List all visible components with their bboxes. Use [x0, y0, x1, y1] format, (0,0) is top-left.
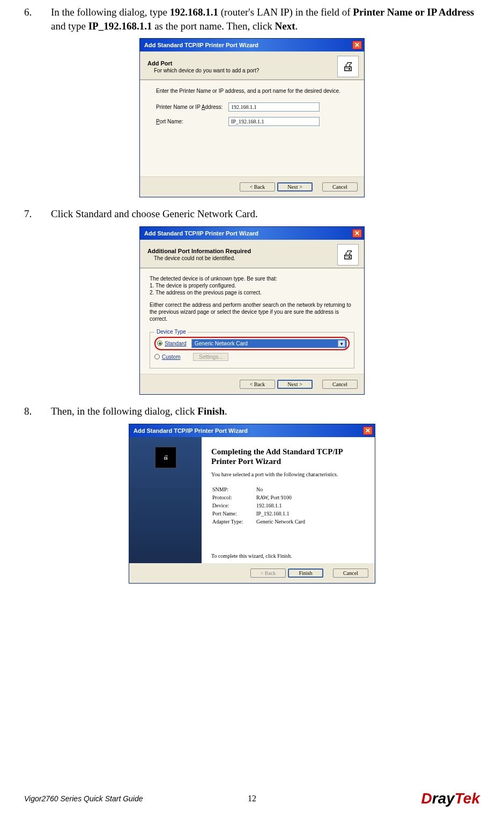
radio-row-standard: Standard Generic Network Card ▾ [157, 339, 347, 348]
dialog-title: Add Standard TCP/IP Printer Port Wizard [134, 427, 248, 434]
dialog-add-port: Add Standard TCP/IP Printer Port Wizard … [139, 38, 365, 197]
finish-button[interactable]: Finish [288, 569, 323, 578]
t: as the port name. Then, click [152, 20, 275, 32]
dialog-footer: < Back Finish Cancel [129, 563, 375, 583]
header-title: Add Port [147, 60, 259, 67]
settings-button: Settings... [193, 353, 228, 361]
label-printer-name: Printer Name or IP Address: [156, 104, 228, 110]
field-port-name: Port Name: [156, 117, 348, 126]
b: IP_192.168.1.1 [88, 20, 152, 32]
field-printer-name: Printer Name or IP Address: [156, 102, 348, 112]
port-summary-table: SNMP:No Protocol:RAW, Port 9100 Device:1… [211, 485, 309, 526]
dialog-body: The detected device is of unknown type. … [140, 268, 364, 374]
page-number: 12 [248, 794, 256, 803]
b: Finish [197, 405, 225, 417]
dialog-finish: Add Standard TCP/IP Printer Port Wizard … [129, 424, 375, 584]
printer-icon: 🖨 [337, 244, 359, 265]
l3: 2. The address on the previous page is c… [150, 289, 354, 296]
header-subtitle: The device could not be identified. [147, 255, 251, 261]
chevron-down-icon[interactable]: ▾ [338, 340, 345, 347]
radio-standard[interactable] [157, 341, 162, 346]
dropdown-value: Generic Network Card [195, 341, 248, 346]
draytek-logo: DrayTek [421, 790, 480, 807]
step-6: 6. In the following dialog, type 192.168… [24, 5, 480, 33]
k: Port Name: [212, 510, 255, 517]
v: 192.168.1.1 [256, 502, 308, 509]
l2: 1. The device is properly configured. [150, 282, 354, 289]
fieldset-legend: Device Type [154, 329, 188, 335]
cancel-button[interactable]: Cancel [322, 182, 358, 191]
step-6-number: 6. [24, 5, 51, 33]
table-row: Device:192.168.1.1 [212, 502, 308, 509]
t: (router's LAN IP) in the field of [218, 6, 353, 18]
dialog-body: 🖨 Completing the Add Standard TCP/IP Pri… [129, 437, 375, 563]
table-row: Port Name:IP_192.168.1.1 [212, 510, 308, 517]
radio-row-custom: Custom Settings... [154, 353, 350, 361]
cancel-button[interactable]: Cancel [322, 380, 358, 389]
k: Device: [212, 502, 255, 509]
figure-1: Add Standard TCP/IP Printer Port Wizard … [24, 38, 480, 197]
dialog-title: Add Standard TCP/IP Printer Port Wizard [144, 230, 258, 237]
radio-custom-label: Custom [162, 354, 189, 360]
titlebar: Add Standard TCP/IP Printer Port Wizard … [140, 227, 364, 240]
next-button[interactable]: Next > [277, 182, 313, 191]
input-printer-name[interactable] [228, 102, 320, 112]
close-icon[interactable]: ✕ [363, 426, 373, 435]
wizard-main: Completing the Add Standard TCP/IP Print… [202, 437, 375, 563]
cancel-button[interactable]: Cancel [333, 569, 368, 578]
close-icon[interactable]: ✕ [352, 41, 362, 49]
back-button: < Back [250, 569, 286, 578]
finish-complete-text: To complete this wizard, click Finish. [211, 553, 365, 559]
step-8-number: 8. [24, 404, 51, 418]
instruction-text: Enter the Printer Name or IP address, an… [156, 88, 348, 94]
step-7-number: 7. [24, 207, 51, 221]
t: In the following dialog, type [51, 6, 170, 18]
back-button[interactable]: < Back [240, 380, 275, 389]
k: Adapter Type: [212, 518, 255, 525]
v: IP_192.168.1.1 [256, 510, 308, 517]
table-row: SNMP:No [212, 486, 308, 493]
printer-icon: 🖨 [337, 56, 359, 77]
close-icon[interactable]: ✕ [352, 229, 362, 238]
highlight-ring: Standard Generic Network Card ▾ [154, 337, 350, 350]
next-button[interactable]: Next > [277, 380, 313, 389]
step-6-text: In the following dialog, type 192.168.1.… [51, 5, 480, 33]
k: SNMP: [212, 486, 255, 493]
device-type-dropdown[interactable]: Generic Network Card ▾ [191, 339, 347, 348]
table-row: Adapter Type:Generic Network Card [212, 518, 308, 525]
dialog-footer: < Back Next > Cancel [140, 374, 364, 394]
titlebar: Add Standard TCP/IP Printer Port Wizard … [140, 39, 364, 51]
header-subtitle: For which device do you want to add a po… [147, 68, 259, 73]
device-type-fieldset: Device Type Standard Generic Network Car… [150, 332, 354, 368]
figure-2: Add Standard TCP/IP Printer Port Wizard … [24, 226, 480, 395]
body-text: The detected device is of unknown type. … [150, 275, 354, 296]
t: . [295, 20, 298, 32]
back-button[interactable]: < Back [240, 182, 275, 191]
step-8-text: Then, in the following dialog, click Fin… [51, 404, 480, 418]
t: Then, in the following dialog, click [51, 405, 197, 417]
step-7-text: Click Standard and choose Generic Networ… [51, 207, 480, 221]
l1: The detected device is of unknown type. … [150, 275, 354, 282]
k: Protocol: [212, 494, 255, 501]
step-8: 8. Then, in the following dialog, click … [24, 404, 480, 418]
b: 192.168.1.1 [170, 6, 218, 18]
printer-icon: 🖨 [155, 447, 176, 468]
finish-title: Completing the Add Standard TCP/IP Print… [211, 447, 365, 466]
b: Printer Name or IP Address [353, 6, 474, 18]
step-7: 7. Click Standard and choose Generic Net… [24, 207, 480, 221]
input-port-name[interactable] [228, 117, 320, 126]
body-para2: Either correct the address and perform a… [150, 301, 354, 322]
t: and type [51, 20, 88, 32]
label-port-name: Port Name: [156, 119, 228, 124]
dialog-port-info: Add Standard TCP/IP Printer Port Wizard … [139, 226, 365, 395]
radio-standard-label: Standard [165, 341, 191, 346]
radio-custom[interactable] [154, 354, 160, 359]
dialog-body: Enter the Printer Name or IP address, an… [140, 80, 364, 177]
dialog-footer: < Back Next > Cancel [140, 177, 364, 197]
figure-3: Add Standard TCP/IP Printer Port Wizard … [24, 424, 480, 584]
b: Next [275, 20, 295, 32]
dialog-header: Add Port For which device do you want to… [140, 51, 364, 79]
titlebar: Add Standard TCP/IP Printer Port Wizard … [129, 424, 375, 437]
table-row: Protocol:RAW, Port 9100 [212, 494, 308, 501]
dialog-header: Additional Port Information Required The… [140, 240, 364, 268]
